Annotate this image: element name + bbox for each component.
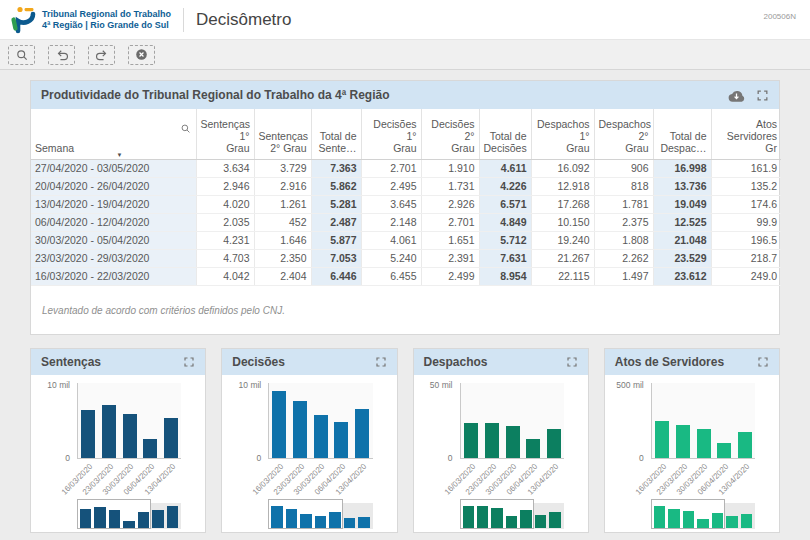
week-cell[interactable]: 06/04/2020 - 12/04/2020: [31, 213, 196, 231]
week-cell[interactable]: 23/03/2020 - 29/03/2020: [31, 249, 196, 267]
dashboard-content: Produtividade do Tribunal Regional do Tr…: [0, 70, 810, 533]
value-cell: 16.998: [653, 159, 711, 177]
mini-bar: [300, 514, 311, 528]
column-header[interactable]: Atos Servidores Gr: [711, 109, 781, 159]
fullscreen-icon: [183, 356, 195, 371]
value-cell: 23.529: [653, 249, 711, 267]
table-footnote: Levantado de acordo com critérios defini…: [42, 305, 285, 316]
value-cell: 4.703: [196, 249, 254, 267]
value-cell: 2.701: [361, 159, 421, 177]
column-header[interactable]: Decisões 2° Grau: [421, 109, 479, 159]
smart-search-button[interactable]: [8, 45, 35, 65]
mini-bar: [506, 516, 517, 528]
mini-bar: [94, 507, 105, 528]
y-axis-max-label: 500 mil: [616, 380, 643, 390]
column-header[interactable]: Total de Despac…: [653, 109, 711, 159]
bar[interactable]: [526, 439, 540, 458]
column-header[interactable]: Despachos 1° Grau: [531, 109, 594, 159]
table-row: 20/04/2020 - 26/04/20202.9462.9165.8622.…: [31, 177, 781, 195]
bar[interactable]: [717, 443, 731, 458]
bar[interactable]: [697, 429, 711, 458]
step-forward-button[interactable]: [88, 45, 115, 65]
week-cell[interactable]: 16/03/2020 - 22/03/2020: [31, 267, 196, 285]
column-header[interactable]: Semana▼: [31, 109, 196, 159]
bar[interactable]: [164, 418, 178, 458]
value-cell: 4.042: [196, 267, 254, 285]
bar[interactable]: [485, 423, 499, 458]
chart-scrollbar[interactable]: [77, 503, 181, 529]
bar[interactable]: [506, 426, 520, 458]
bar[interactable]: [123, 414, 137, 458]
table-panel-title: Produtividade do Tribunal Regional do Tr…: [41, 88, 389, 102]
value-cell: 4.226: [479, 177, 531, 195]
value-cell: 1.910: [421, 159, 479, 177]
bar[interactable]: [293, 401, 307, 458]
value-cell: 2.350: [254, 249, 311, 267]
mini-bar: [152, 510, 163, 528]
download-button[interactable]: [727, 88, 746, 103]
chart-scrollbar[interactable]: [460, 503, 564, 529]
value-cell: 5.862: [311, 177, 361, 195]
clear-selections-button[interactable]: [128, 45, 155, 65]
fullscreen-button[interactable]: [183, 356, 195, 368]
bar[interactable]: [314, 415, 328, 458]
bar[interactable]: [334, 422, 348, 458]
bar[interactable]: [655, 421, 669, 458]
bar[interactable]: [272, 391, 286, 458]
mini-bar: [741, 514, 752, 528]
charts-row: Sentenças 10 mil 0 16/03/202023/03/20203…: [30, 348, 780, 533]
y-axis-min-label: 0: [448, 453, 453, 463]
value-cell: 2.495: [361, 177, 421, 195]
chart-body: 10 mil 0 16/03/202023/03/202030/03/20200…: [222, 375, 396, 529]
fullscreen-button[interactable]: [566, 356, 578, 368]
bar-plot[interactable]: [268, 383, 372, 459]
fullscreen-button[interactable]: [756, 89, 769, 102]
bar[interactable]: [464, 423, 478, 458]
chart-scrollbar[interactable]: [651, 503, 755, 529]
week-cell[interactable]: 20/04/2020 - 26/04/2020: [31, 177, 196, 195]
bar-plot[interactable]: [651, 383, 755, 459]
column-search-icon[interactable]: [180, 123, 191, 136]
bar[interactable]: [143, 439, 157, 458]
column-header[interactable]: Total de Sente…: [311, 109, 361, 159]
fullscreen-icon: [756, 90, 769, 105]
fullscreen-button[interactable]: [757, 356, 769, 368]
table-row: 16/03/2020 - 22/03/20204.0422.4046.4466.…: [31, 267, 781, 285]
column-header[interactable]: Sentenças 1° Grau: [196, 109, 254, 159]
value-cell: 5.877: [311, 231, 361, 249]
value-cell: 10.150: [531, 213, 594, 231]
chart-panel-decisoes: Decisões 10 mil 0 16/03/202023/03/202030…: [221, 348, 397, 533]
bar[interactable]: [355, 409, 369, 458]
step-back-button[interactable]: [48, 45, 75, 65]
value-cell: 2.487: [311, 213, 361, 231]
bar[interactable]: [102, 405, 116, 458]
bar[interactable]: [81, 410, 95, 458]
bar[interactable]: [738, 432, 752, 458]
bar-plot[interactable]: [77, 383, 181, 459]
column-header[interactable]: Total de Decisões: [479, 109, 531, 159]
fullscreen-icon: [757, 356, 769, 371]
week-cell[interactable]: 13/04/2020 - 19/04/2020: [31, 195, 196, 213]
mini-bar: [683, 511, 694, 528]
chart-title: Decisões: [232, 355, 285, 369]
table-header-row: Semana▼Sentenças 1° GrauSentenças 2° Gra…: [31, 109, 781, 159]
value-cell: 2.262: [594, 249, 653, 267]
column-header[interactable]: Decisões 1° Grau: [361, 109, 421, 159]
logo-line1: Tribunal Regional do Trabalho: [42, 9, 171, 20]
column-header[interactable]: Sentenças 2° Grau: [254, 109, 311, 159]
column-header[interactable]: Despachos 2° Grau: [594, 109, 653, 159]
value-cell: 7.363: [311, 159, 361, 177]
fullscreen-icon: [566, 356, 578, 371]
week-cell[interactable]: 30/03/2020 - 05/04/2020: [31, 231, 196, 249]
fullscreen-button[interactable]: [375, 356, 387, 368]
x-axis-labels: 16/03/202023/03/202030/03/202006/04/2020…: [651, 459, 755, 502]
mini-bar: [726, 516, 737, 528]
bar[interactable]: [547, 429, 561, 458]
bar-plot[interactable]: [460, 383, 564, 459]
value-cell: 1.731: [421, 177, 479, 195]
value-cell: 12.525: [653, 213, 711, 231]
chart-scrollbar[interactable]: [268, 503, 372, 529]
week-cell[interactable]: 27/04/2020 - 03/05/2020: [31, 159, 196, 177]
x-axis-labels: 16/03/202023/03/202030/03/202006/04/2020…: [268, 459, 372, 502]
bar[interactable]: [676, 425, 690, 458]
